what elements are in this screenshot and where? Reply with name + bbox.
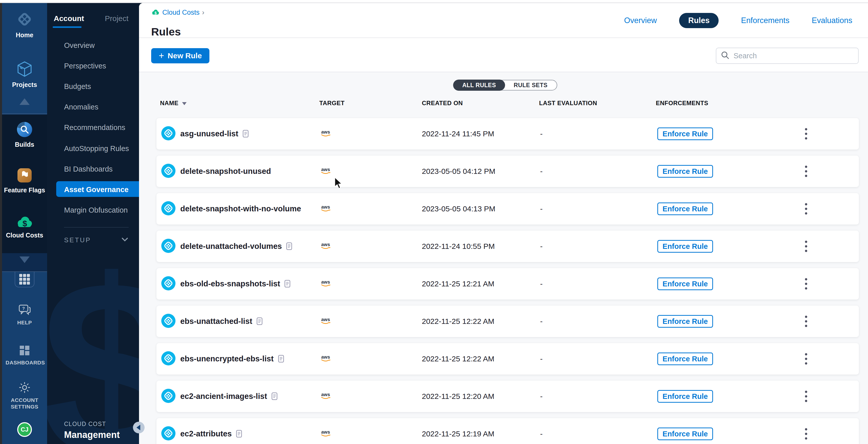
- enforce-rule-button[interactable]: Enforce Rule: [657, 390, 713, 403]
- flag-icon: [17, 167, 33, 184]
- setup-section-toggle[interactable]: SETUP: [64, 236, 129, 244]
- gear-icon: [18, 381, 31, 395]
- rail-label: Cloud Costs: [6, 232, 43, 239]
- rule-name: asg-unused-list: [180, 129, 238, 138]
- column-name[interactable]: NAME: [160, 99, 187, 107]
- search-box[interactable]: [716, 48, 859, 64]
- sidebar-item-margin-obfuscation[interactable]: Margin Obfuscation: [64, 206, 128, 214]
- copy-icon[interactable]: [256, 317, 263, 326]
- plus-icon: +: [159, 52, 164, 60]
- svg-text:aws: aws: [321, 167, 330, 172]
- enforce-rule-button[interactable]: Enforce Rule: [657, 427, 713, 440]
- enforce-rule-button[interactable]: Enforce Rule: [657, 277, 713, 290]
- table-row[interactable]: ec2-attributes aws 2022-11-25 12:19 AM -…: [156, 418, 859, 444]
- sidebar-item-cloud-costs[interactable]: $ Cloud Costs: [2, 215, 47, 239]
- enforce-rule-button[interactable]: Enforce Rule: [657, 203, 713, 215]
- table-row[interactable]: ebs-unencrypted-ebs-list aws 2022-11-25 …: [156, 343, 859, 375]
- kebab-menu-icon[interactable]: [802, 202, 810, 216]
- toolbar: + New Rule: [139, 38, 868, 72]
- enforce-rule-button[interactable]: Enforce Rule: [657, 127, 713, 140]
- kebab-menu-icon[interactable]: [802, 277, 810, 291]
- table-row[interactable]: ebs-old-ebs-snapshots-list aws 2022-11-2…: [156, 268, 859, 300]
- table-row[interactable]: ebs-unattached-list aws 2022-11-25 12:22…: [156, 306, 859, 337]
- last-evaluation: -: [540, 205, 542, 213]
- rail-label: Projects: [12, 81, 37, 88]
- enforce-rule-button[interactable]: Enforce Rule: [657, 240, 713, 253]
- sidebar-item-builds[interactable]: Builds: [2, 121, 47, 148]
- sidebar-item-asset-governance[interactable]: Asset Governance: [64, 185, 129, 194]
- enforce-rule-button[interactable]: Enforce Rule: [657, 353, 713, 365]
- created-on: 2023-05-05 04:13 PM: [422, 205, 495, 213]
- sidebar-item-perspectives[interactable]: Perspectives: [64, 62, 106, 70]
- created-on: 2022-11-25 12:19 AM: [422, 430, 494, 438]
- table-row[interactable]: ec2-ancient-images-list aws 2022-11-25 1…: [156, 381, 859, 412]
- copy-icon[interactable]: [286, 242, 292, 250]
- kebab-menu-icon[interactable]: [802, 164, 810, 179]
- kebab-menu-icon[interactable]: [802, 239, 810, 254]
- rule-name: ebs-unencrypted-ebs-list: [180, 354, 274, 363]
- created-on: 2022-11-25 12:22 AM: [422, 317, 494, 326]
- sidebar-item-anomalies[interactable]: Anomalies: [64, 102, 98, 111]
- rail-label: DASHBOARDS: [6, 359, 43, 366]
- sidebar-collapse-button[interactable]: [133, 422, 145, 433]
- tab-account[interactable]: Account: [54, 14, 84, 23]
- tab-rules[interactable]: Rules: [679, 13, 719, 28]
- sidebar-item-home[interactable]: Home: [2, 10, 47, 38]
- table-row[interactable]: delete-snapshot-with-no-volume aws 2023-…: [156, 193, 859, 225]
- enforce-rule-button[interactable]: Enforce Rule: [657, 315, 713, 328]
- tab-project[interactable]: Project: [105, 14, 128, 23]
- sidebar-item-bi-dashboards[interactable]: BI Dashboards: [64, 165, 113, 173]
- scroll-up-control[interactable]: [2, 98, 47, 105]
- last-evaluation: -: [540, 392, 542, 401]
- copy-icon[interactable]: [242, 129, 249, 138]
- kebab-menu-icon[interactable]: [802, 389, 810, 404]
- sidebar-item-recommendations[interactable]: Recommendations: [64, 123, 125, 132]
- scroll-down-control[interactable]: [2, 257, 47, 263]
- new-rule-button[interactable]: + New Rule: [151, 48, 209, 63]
- aws-target-icon: aws: [319, 129, 332, 138]
- table-row[interactable]: delete-unattached-volumes aws 2022-11-24…: [156, 231, 859, 262]
- aws-target-icon: aws: [319, 354, 332, 363]
- sidebar-item-budgets[interactable]: Budgets: [64, 82, 91, 91]
- toggle-all-rules[interactable]: ALL RULES: [453, 80, 505, 91]
- table-row[interactable]: delete-snapshot-unused aws 2023-05-05 04…: [156, 156, 859, 187]
- copy-icon[interactable]: [236, 430, 242, 438]
- sidebar-item-projects[interactable]: Projects: [2, 60, 47, 88]
- cloud-dollar-icon: $: [16, 215, 34, 230]
- sidebar-item-help[interactable]: ? HELP: [2, 304, 47, 326]
- sidebar-item-overview[interactable]: Overview: [64, 41, 95, 50]
- copy-icon[interactable]: [271, 392, 278, 401]
- kebab-menu-icon[interactable]: [802, 314, 810, 329]
- user-avatar[interactable]: CJ: [2, 422, 47, 437]
- toggle-rule-sets[interactable]: RULE SETS: [505, 80, 557, 90]
- kebab-menu-icon[interactable]: [802, 352, 810, 366]
- last-evaluation: -: [540, 167, 542, 176]
- module-eyebrow: CLOUD COST: [64, 421, 120, 427]
- tab-evaluations[interactable]: Evaluations: [812, 16, 852, 25]
- tab-overview[interactable]: Overview: [624, 16, 657, 25]
- search-input[interactable]: [733, 52, 854, 60]
- kebab-menu-icon[interactable]: [802, 127, 810, 141]
- aws-target-icon: aws: [319, 167, 332, 176]
- rule-name: ec2-attributes: [180, 429, 232, 438]
- triangle-up-icon: [20, 98, 30, 105]
- breadcrumb-link[interactable]: Cloud Costs: [162, 9, 199, 17]
- enforce-rule-button[interactable]: Enforce Rule: [657, 165, 713, 178]
- sidebar-item-feature-flags[interactable]: Feature Flags: [2, 167, 47, 194]
- copy-icon[interactable]: [284, 279, 291, 288]
- module-title: Management: [64, 430, 120, 440]
- sidebar-item-autostopping-rules[interactable]: AutoStopping Rules: [64, 144, 129, 153]
- rule-name: ec2-ancient-images-list: [180, 392, 267, 401]
- rail-label: Feature Flags: [4, 186, 45, 194]
- copy-icon[interactable]: [278, 355, 284, 363]
- sidebar-item-dashboards[interactable]: DASHBOARDS: [2, 345, 47, 366]
- aws-target-icon: aws: [319, 429, 332, 438]
- sidebar-item-account-settings[interactable]: ACCOUNT SETTINGS: [2, 381, 47, 410]
- breadcrumb[interactable]: $ Cloud Costs ›: [151, 9, 204, 17]
- table-row[interactable]: asg-unused-list aws 2022-11-24 11:45 PM …: [156, 118, 859, 150]
- last-evaluation: -: [540, 129, 542, 138]
- kebab-menu-icon[interactable]: [802, 427, 810, 441]
- apps-grid-button[interactable]: [15, 272, 34, 287]
- tab-enforcements[interactable]: Enforcements: [741, 16, 789, 25]
- sort-descending-icon: [182, 102, 187, 105]
